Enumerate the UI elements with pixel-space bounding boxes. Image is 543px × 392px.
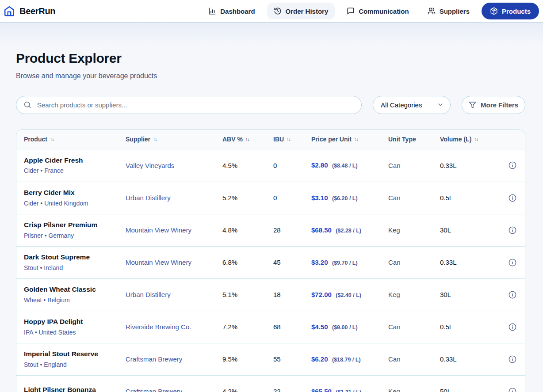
- product-meta: Cider • United Kingdom: [24, 200, 126, 207]
- info-icon[interactable]: [508, 258, 517, 267]
- price-cell: $72.00 ($2.40 / L): [311, 291, 388, 299]
- ibu-value: 22: [273, 388, 311, 392]
- abv-value: 4.8%: [222, 226, 273, 234]
- unit-type-value: Can: [388, 355, 440, 363]
- home-icon: [4, 5, 15, 17]
- price-per-liter: ($2.40 / L): [336, 292, 361, 298]
- price-cell: $3.10 ($6.20 / L): [311, 194, 388, 202]
- more-filters-button[interactable]: More Filters: [462, 96, 525, 114]
- supplier-link[interactable]: Valley Vineyards: [126, 162, 222, 169]
- unit-type-value: Keg: [388, 388, 440, 392]
- price-cell: $65.50 ($1.31 / L): [311, 388, 388, 392]
- brand-logo[interactable]: BeerRun: [4, 5, 55, 17]
- product-name: Berry Cider Mix: [24, 189, 126, 197]
- price-per-liter: ($1.31 / L): [336, 389, 361, 392]
- product-name: Dark Stout Supreme: [24, 253, 126, 262]
- price-value: $6.20: [311, 355, 328, 363]
- product-cell: Berry Cider Mix Cider • United Kingdom: [24, 189, 126, 207]
- search-input[interactable]: [36, 101, 354, 109]
- supplier-link[interactable]: Craftsman Brewery: [126, 355, 222, 363]
- table-row: Light Pilsner Bonanza Craftsman Brewery …: [16, 375, 525, 392]
- product-cell: Hoppy IPA Delight IPA • United States: [24, 318, 126, 336]
- bar-chart-icon: [208, 7, 216, 15]
- price-value: $72.00: [311, 291, 332, 298]
- column-header-label: Product: [24, 136, 47, 143]
- ibu-value: 18: [273, 291, 311, 298]
- column-header-label: Price per Unit: [311, 136, 352, 143]
- product-cell: Apple Cider Fresh Cider • France: [24, 156, 126, 175]
- column-header-abv[interactable]: ABV % ↑↓: [222, 136, 273, 143]
- nav-item-communication[interactable]: Communication: [340, 3, 415, 19]
- sort-icon: ↑↓: [50, 137, 54, 142]
- column-header-supplier[interactable]: Supplier ↑↓: [126, 136, 222, 143]
- search-icon: [23, 101, 31, 109]
- column-header-volume[interactable]: Volume (L) ↑↓: [440, 136, 508, 143]
- supplier-link[interactable]: Craftsman Brewery: [126, 388, 222, 392]
- ibu-value: 45: [273, 259, 311, 266]
- info-icon[interactable]: [508, 226, 517, 235]
- ibu-value: 55: [273, 355, 311, 363]
- product-name: Crisp Pilsner Premium: [24, 221, 126, 229]
- supplier-link[interactable]: Mountain View Winery: [126, 259, 222, 266]
- abv-value: 4.5%: [222, 162, 273, 169]
- column-header-price[interactable]: Price per Unit ↑↓: [311, 136, 388, 143]
- supplier-link[interactable]: Urban Distillery: [126, 194, 222, 202]
- table-row: Hoppy IPA Delight IPA • United States Ri…: [16, 311, 525, 343]
- nav-item-suppliers[interactable]: Suppliers: [421, 3, 476, 19]
- table-row: Berry Cider Mix Cider • United Kingdom U…: [16, 182, 525, 214]
- column-header-label: Supplier: [126, 136, 150, 143]
- supplier-link[interactable]: Riverside Brewing Co.: [126, 323, 222, 331]
- page-subtitle: Browse and manage your beverage products: [16, 72, 525, 80]
- product-meta: Cider • France: [24, 167, 126, 174]
- supplier-link[interactable]: Mountain View Winery: [126, 226, 222, 234]
- column-header-product[interactable]: Product ↑↓: [24, 136, 126, 143]
- page-title: Product Explorer: [16, 23, 525, 66]
- price-value: $4.50: [311, 323, 328, 331]
- price-per-liter: ($8.48 / L): [332, 163, 358, 169]
- filter-bar: All Categories More Filters: [16, 96, 525, 114]
- price-value: $65.50: [311, 388, 332, 392]
- info-icon[interactable]: [508, 355, 517, 364]
- column-header-label: ABV %: [222, 136, 243, 143]
- product-meta: Pilsner • Germany: [24, 232, 126, 239]
- nav-item-dashboard[interactable]: Dashboard: [202, 3, 261, 19]
- search-box: [16, 96, 362, 114]
- price-per-liter: ($2.28 / L): [336, 228, 361, 234]
- info-icon[interactable]: [508, 387, 517, 392]
- message-square-icon: [347, 7, 355, 15]
- category-select[interactable]: All Categories: [373, 96, 451, 114]
- column-header-ibu[interactable]: IBU ↑↓: [273, 136, 311, 143]
- unit-type-value: Keg: [388, 291, 440, 298]
- nav-item-products[interactable]: Products: [482, 3, 539, 19]
- column-header-unit-type: Unit Type: [388, 136, 440, 143]
- product-cell: Imperial Stout Reserve Stout • England: [24, 350, 126, 368]
- sort-icon: ↑↓: [245, 137, 249, 142]
- abv-value: 7.2%: [222, 323, 273, 331]
- brand-name: BeerRun: [19, 6, 55, 16]
- unit-type-value: Can: [388, 323, 440, 331]
- nav-item-order-history[interactable]: Order History: [267, 3, 335, 19]
- product-name: Golden Wheat Classic: [24, 285, 126, 294]
- nav-item-label: Order History: [286, 8, 329, 15]
- info-icon[interactable]: [508, 194, 517, 202]
- product-meta: IPA • United States: [24, 329, 126, 336]
- ibu-value: 0: [273, 162, 311, 169]
- price-cell: $4.50 ($9.00 / L): [311, 323, 388, 331]
- ibu-value: 68: [273, 323, 311, 331]
- chevron-down-icon: [437, 101, 444, 108]
- supplier-link[interactable]: Urban Distillery: [126, 291, 222, 298]
- more-filters-label: More Filters: [481, 101, 518, 109]
- price-value: $3.20: [311, 259, 328, 266]
- nav-items: Dashboard Order History Communication: [202, 3, 539, 19]
- table-row: Apple Cider Fresh Cider • France Valley …: [16, 149, 525, 182]
- info-icon[interactable]: [508, 161, 517, 170]
- ibu-value: 0: [273, 194, 311, 202]
- info-icon[interactable]: [508, 323, 517, 331]
- products-table: Product ↑↓ Supplier ↑↓ ABV % ↑↓ IBU ↑↓ P…: [16, 129, 525, 392]
- nav-item-label: Suppliers: [440, 8, 470, 15]
- product-cell: Light Pilsner Bonanza: [24, 386, 126, 392]
- info-icon[interactable]: [508, 290, 517, 299]
- nav-item-label: Dashboard: [220, 8, 255, 15]
- users-icon: [428, 7, 436, 15]
- table-row: Imperial Stout Reserve Stout • England C…: [16, 343, 525, 375]
